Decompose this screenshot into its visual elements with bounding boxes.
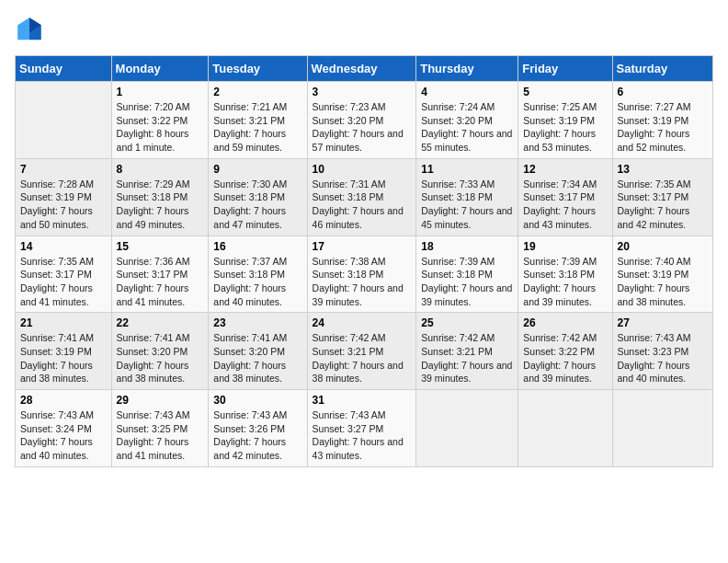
day-number: 4 bbox=[421, 86, 513, 98]
calendar-cell: 4Sunrise: 7:24 AMSunset: 3:20 PMDaylight… bbox=[416, 82, 518, 159]
calendar-cell: 27Sunrise: 7:43 AMSunset: 3:23 PMDayligh… bbox=[612, 313, 712, 390]
calendar-week-2: 7Sunrise: 7:28 AMSunset: 3:19 PMDaylight… bbox=[16, 158, 713, 236]
day-info: Sunrise: 7:23 AMSunset: 3:20 PMDaylight:… bbox=[313, 100, 412, 155]
day-info: Sunrise: 7:42 AMSunset: 3:22 PMDaylight:… bbox=[523, 331, 607, 385]
day-number: 23 bbox=[213, 316, 301, 329]
day-info: Sunrise: 7:43 AMSunset: 3:23 PMDaylight:… bbox=[618, 331, 708, 385]
calendar-cell: 5Sunrise: 7:25 AMSunset: 3:19 PMDaylight… bbox=[518, 82, 612, 159]
day-number: 2 bbox=[213, 86, 301, 98]
calendar-cell: 25Sunrise: 7:42 AMSunset: 3:21 PMDayligh… bbox=[416, 313, 518, 390]
day-number: 21 bbox=[20, 316, 107, 329]
day-info: Sunrise: 7:36 AMSunset: 3:17 PMDaylight:… bbox=[117, 255, 204, 309]
day-info: Sunrise: 7:25 AMSunset: 3:19 PMDaylight:… bbox=[523, 100, 607, 155]
day-number: 24 bbox=[313, 316, 412, 329]
weekday-header-wednesday: Wednesday bbox=[307, 56, 416, 82]
day-number: 31 bbox=[313, 394, 412, 407]
day-info: Sunrise: 7:39 AMSunset: 3:18 PMDaylight:… bbox=[523, 255, 607, 309]
calendar-cell: 26Sunrise: 7:42 AMSunset: 3:22 PMDayligh… bbox=[518, 313, 612, 390]
svg-marker-1 bbox=[17, 17, 29, 40]
day-number: 10 bbox=[313, 163, 412, 176]
day-number: 16 bbox=[213, 240, 301, 253]
day-info: Sunrise: 7:35 AMSunset: 3:17 PMDaylight:… bbox=[20, 255, 107, 309]
calendar-cell: 9Sunrise: 7:30 AMSunset: 3:18 PMDaylight… bbox=[209, 158, 307, 236]
calendar-cell: 28Sunrise: 7:43 AMSunset: 3:24 PMDayligh… bbox=[16, 390, 112, 467]
calendar-week-3: 14Sunrise: 7:35 AMSunset: 3:17 PMDayligh… bbox=[16, 236, 713, 313]
weekday-header-friday: Friday bbox=[518, 56, 612, 82]
day-number: 17 bbox=[313, 240, 412, 253]
day-info: Sunrise: 7:43 AMSunset: 3:25 PMDaylight:… bbox=[117, 408, 204, 463]
day-number: 29 bbox=[117, 394, 204, 407]
day-number: 3 bbox=[313, 86, 412, 98]
calendar-table: SundayMondayTuesdayWednesdayThursdayFrid… bbox=[15, 55, 713, 467]
calendar-cell: 29Sunrise: 7:43 AMSunset: 3:25 PMDayligh… bbox=[111, 390, 209, 467]
calendar-cell bbox=[16, 82, 112, 159]
day-number: 1 bbox=[117, 86, 204, 98]
day-info: Sunrise: 7:29 AMSunset: 3:18 PMDaylight:… bbox=[117, 178, 204, 232]
calendar-cell: 11Sunrise: 7:33 AMSunset: 3:18 PMDayligh… bbox=[416, 158, 518, 236]
day-number: 30 bbox=[213, 394, 301, 407]
day-number: 5 bbox=[523, 86, 607, 98]
calendar-cell bbox=[416, 390, 518, 467]
day-info: Sunrise: 7:43 AMSunset: 3:27 PMDaylight:… bbox=[313, 408, 412, 463]
calendar-cell bbox=[518, 390, 612, 467]
day-number: 26 bbox=[523, 316, 607, 329]
calendar-cell: 22Sunrise: 7:41 AMSunset: 3:20 PMDayligh… bbox=[111, 313, 209, 390]
calendar-cell: 8Sunrise: 7:29 AMSunset: 3:18 PMDaylight… bbox=[111, 158, 209, 236]
calendar-cell: 13Sunrise: 7:35 AMSunset: 3:17 PMDayligh… bbox=[612, 158, 712, 236]
calendar-cell: 18Sunrise: 7:39 AMSunset: 3:18 PMDayligh… bbox=[416, 236, 518, 313]
weekday-header-thursday: Thursday bbox=[416, 56, 518, 82]
calendar-cell: 17Sunrise: 7:38 AMSunset: 3:18 PMDayligh… bbox=[307, 236, 416, 313]
day-number: 8 bbox=[117, 163, 204, 176]
calendar-cell: 10Sunrise: 7:31 AMSunset: 3:18 PMDayligh… bbox=[307, 158, 416, 236]
day-info: Sunrise: 7:41 AMSunset: 3:20 PMDaylight:… bbox=[117, 331, 204, 385]
calendar-cell: 3Sunrise: 7:23 AMSunset: 3:20 PMDaylight… bbox=[307, 82, 416, 159]
weekday-header-saturday: Saturday bbox=[612, 56, 712, 82]
weekday-header-monday: Monday bbox=[111, 56, 209, 82]
calendar-cell: 30Sunrise: 7:43 AMSunset: 3:26 PMDayligh… bbox=[209, 390, 307, 467]
day-number: 6 bbox=[618, 86, 708, 98]
day-number: 18 bbox=[421, 240, 513, 253]
day-info: Sunrise: 7:42 AMSunset: 3:21 PMDaylight:… bbox=[421, 331, 513, 385]
calendar-cell: 15Sunrise: 7:36 AMSunset: 3:17 PMDayligh… bbox=[111, 236, 209, 313]
day-info: Sunrise: 7:37 AMSunset: 3:18 PMDaylight:… bbox=[213, 255, 301, 309]
day-info: Sunrise: 7:30 AMSunset: 3:18 PMDaylight:… bbox=[213, 178, 301, 232]
day-number: 27 bbox=[618, 316, 708, 329]
calendar-cell: 21Sunrise: 7:41 AMSunset: 3:19 PMDayligh… bbox=[16, 313, 112, 390]
day-info: Sunrise: 7:27 AMSunset: 3:19 PMDaylight:… bbox=[618, 100, 708, 155]
day-number: 25 bbox=[421, 316, 513, 329]
day-number: 9 bbox=[213, 163, 301, 176]
calendar-cell: 14Sunrise: 7:35 AMSunset: 3:17 PMDayligh… bbox=[16, 236, 112, 313]
calendar-week-1: 1Sunrise: 7:20 AMSunset: 3:22 PMDaylight… bbox=[16, 82, 713, 159]
day-info: Sunrise: 7:31 AMSunset: 3:18 PMDaylight:… bbox=[313, 178, 412, 232]
page-header bbox=[15, 15, 713, 44]
day-info: Sunrise: 7:24 AMSunset: 3:20 PMDaylight:… bbox=[421, 100, 513, 155]
day-info: Sunrise: 7:42 AMSunset: 3:21 PMDaylight:… bbox=[313, 331, 412, 385]
calendar-cell: 12Sunrise: 7:34 AMSunset: 3:17 PMDayligh… bbox=[518, 158, 612, 236]
day-info: Sunrise: 7:35 AMSunset: 3:17 PMDaylight:… bbox=[618, 178, 708, 232]
day-info: Sunrise: 7:38 AMSunset: 3:18 PMDaylight:… bbox=[313, 255, 412, 309]
calendar-body: 1Sunrise: 7:20 AMSunset: 3:22 PMDaylight… bbox=[16, 82, 713, 467]
calendar-cell: 7Sunrise: 7:28 AMSunset: 3:19 PMDaylight… bbox=[16, 158, 112, 236]
calendar-cell: 2Sunrise: 7:21 AMSunset: 3:21 PMDaylight… bbox=[209, 82, 307, 159]
day-info: Sunrise: 7:20 AMSunset: 3:22 PMDaylight:… bbox=[117, 100, 204, 155]
calendar-cell bbox=[612, 390, 712, 467]
calendar-week-4: 21Sunrise: 7:41 AMSunset: 3:19 PMDayligh… bbox=[16, 313, 713, 390]
calendar-cell: 20Sunrise: 7:40 AMSunset: 3:19 PMDayligh… bbox=[612, 236, 712, 313]
day-info: Sunrise: 7:41 AMSunset: 3:20 PMDaylight:… bbox=[213, 331, 301, 385]
day-info: Sunrise: 7:41 AMSunset: 3:19 PMDaylight:… bbox=[20, 331, 107, 385]
day-number: 20 bbox=[618, 240, 708, 253]
day-info: Sunrise: 7:33 AMSunset: 3:18 PMDaylight:… bbox=[421, 178, 513, 232]
calendar-cell: 31Sunrise: 7:43 AMSunset: 3:27 PMDayligh… bbox=[307, 390, 416, 467]
day-number: 28 bbox=[20, 394, 107, 407]
day-info: Sunrise: 7:43 AMSunset: 3:26 PMDaylight:… bbox=[213, 408, 301, 463]
calendar-cell: 19Sunrise: 7:39 AMSunset: 3:18 PMDayligh… bbox=[518, 236, 612, 313]
weekday-header-sunday: Sunday bbox=[16, 56, 112, 82]
day-number: 22 bbox=[117, 316, 204, 329]
day-info: Sunrise: 7:39 AMSunset: 3:18 PMDaylight:… bbox=[421, 255, 513, 309]
day-number: 11 bbox=[421, 163, 513, 176]
day-number: 13 bbox=[618, 163, 708, 176]
calendar-cell: 16Sunrise: 7:37 AMSunset: 3:18 PMDayligh… bbox=[209, 236, 307, 313]
day-number: 14 bbox=[20, 240, 107, 253]
day-number: 15 bbox=[117, 240, 204, 253]
weekday-header-row: SundayMondayTuesdayWednesdayThursdayFrid… bbox=[16, 56, 713, 82]
